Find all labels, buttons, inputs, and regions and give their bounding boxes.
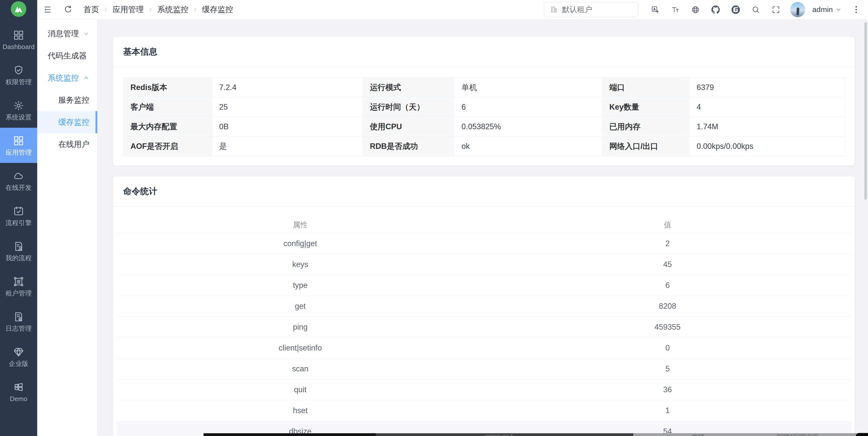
info-value: 0B <box>212 117 363 137</box>
language-button[interactable] <box>649 4 661 15</box>
info-label: RDB是否成功 <box>363 137 454 156</box>
command-value-cell: 8208 <box>484 296 851 317</box>
info-label: 使用CPU <box>363 117 454 137</box>
mountain-logo-icon <box>13 3 24 14</box>
tenant-select[interactable]: 默认租户 <box>544 2 638 17</box>
fullscreen-icon <box>772 5 780 14</box>
menu-item-在线用户[interactable]: 在线用户 <box>37 133 97 155</box>
search-icon <box>751 5 760 14</box>
office-building-icon <box>550 5 558 13</box>
globe-button[interactable] <box>689 4 701 15</box>
table-row[interactable]: get8208 <box>117 296 851 317</box>
breadcrumb-link[interactable]: 应用管理 <box>113 4 144 15</box>
chevron-down-icon <box>83 30 90 37</box>
language-icon <box>651 5 660 14</box>
basic-info-card: 基本信息 Redis版本7.2.4运行模式单机端口6379客户端25运行时间（天… <box>113 36 855 166</box>
main-content: 基本信息 Redis版本7.2.4运行模式单机端口6379客户端25运行时间（天… <box>97 19 868 436</box>
sidebar-collapse-button[interactable] <box>42 4 53 15</box>
sidebar-item-在线开发[interactable]: 在线开发 <box>0 163 37 198</box>
table-row: AOF是否开启是RDB是否成功ok网络入口/出口0.00kps/0.00kps <box>123 137 845 156</box>
sidebar-item-demo[interactable]: Demo <box>0 374 37 409</box>
table-row[interactable]: client|setinfo0 <box>117 338 851 358</box>
gitee-button[interactable] <box>730 4 741 15</box>
diamond-icon <box>13 346 24 358</box>
command-value-cell: 2 <box>484 233 851 254</box>
command-value-cell: 54 <box>484 421 851 436</box>
info-value: 1.74M <box>689 117 844 137</box>
sidebar-item-label: 我的流程 <box>5 255 32 261</box>
app-logo[interactable] <box>11 1 26 17</box>
info-value: 25 <box>212 97 363 117</box>
secondary-sidebar: 消息管理代码生成器系统监控服务监控缓存监控在线用户 <box>37 19 97 436</box>
info-value: 0.053825% <box>454 117 602 137</box>
command-name-cell: ping <box>117 317 484 338</box>
column-header-value: 值 <box>484 216 851 233</box>
sidebar-item-权限管理[interactable]: 权限管理 <box>0 57 37 92</box>
sidebar-item-租户管理[interactable]: 租户管理 <box>0 268 37 304</box>
command-value-cell: 45 <box>484 254 851 275</box>
info-label: Key数量 <box>602 97 689 117</box>
menu-item-系统监控[interactable]: 系统监控 <box>37 67 97 89</box>
breadcrumb-link[interactable]: 首页 <box>84 4 99 15</box>
window-corner <box>856 433 868 436</box>
menu-item-服务监控[interactable]: 服务监控 <box>37 89 97 111</box>
sidebar-item-label: Dashboard <box>2 43 34 50</box>
info-value: 单机 <box>454 78 602 97</box>
sidebar-item-日志管理[interactable]: 日志管理 <box>0 304 37 339</box>
font-size-button[interactable] <box>670 4 681 15</box>
table-row[interactable]: type6 <box>117 275 851 296</box>
sidebar-item-label: 租户管理 <box>5 290 32 296</box>
breadcrumb-current[interactable]: 缓存监控 <box>202 4 233 15</box>
vertical-scrollbar-thumb[interactable] <box>865 22 867 200</box>
info-label: Redis版本 <box>123 78 212 97</box>
file-check-icon <box>13 311 24 323</box>
github-button[interactable] <box>710 4 721 15</box>
command-name-cell: quit <box>117 379 484 400</box>
dashboard-grid-icon <box>13 29 24 41</box>
demo-grid-icon <box>13 381 24 393</box>
table-row[interactable]: config|get2 <box>117 233 851 254</box>
sidebar-item-我的流程[interactable]: 我的流程 <box>0 233 37 268</box>
sidebar-item-系统设置[interactable]: 系统设置 <box>0 92 37 128</box>
info-label: 客户端 <box>123 97 212 117</box>
menu-item-label: 服务监控 <box>58 95 90 105</box>
breadcrumb-link[interactable]: 系统监控 <box>157 4 188 15</box>
table-row[interactable]: quit36 <box>117 379 851 400</box>
sidebar-item-label: 在线开发 <box>5 184 32 191</box>
table-row[interactable]: scan5 <box>117 358 851 379</box>
table-row[interactable]: dbsize54 <box>117 421 851 436</box>
refresh-icon <box>64 5 73 14</box>
search-button[interactable] <box>750 4 762 15</box>
command-value-cell: 5 <box>484 358 851 379</box>
app-grid-icon <box>13 135 24 147</box>
refresh-button[interactable] <box>62 4 74 15</box>
chevron-down-icon <box>835 6 842 13</box>
tenant-frame-icon <box>13 276 24 287</box>
table-row[interactable]: keys45 <box>117 254 851 275</box>
table-row[interactable]: hset1 <box>117 400 851 421</box>
file-user-icon <box>13 241 24 252</box>
basic-info-title: 基本信息 <box>113 37 855 67</box>
user-dropdown[interactable]: admin <box>812 5 842 14</box>
table-row: 客户端25运行时间（天）6Key数量4 <box>123 97 845 117</box>
table-row: Redis版本7.2.4运行模式单机端口6379 <box>123 78 845 97</box>
sidebar-item-dashboard[interactable]: Dashboard <box>0 22 37 57</box>
basic-info-table: Redis版本7.2.4运行模式单机端口6379客户端25运行时间（天）6Key… <box>123 78 845 156</box>
menu-item-缓存监控[interactable]: 缓存监控 <box>37 111 97 133</box>
menu-item-代码生成器[interactable]: 代码生成器 <box>37 45 97 67</box>
header-actions: 默认租户 admin <box>544 2 868 17</box>
sidebar-item-流程引擎[interactable]: 流程引擎 <box>0 198 37 233</box>
sidebar-item-label: Demo <box>10 396 27 402</box>
sidebar-item-应用管理[interactable]: 应用管理 <box>0 128 37 163</box>
command-name-cell: keys <box>117 254 484 275</box>
command-name-cell: dbsize <box>117 421 484 436</box>
more-menu-button[interactable] <box>850 4 862 15</box>
table-row[interactable]: ping459355 <box>117 317 851 338</box>
sidebar-item-企业版[interactable]: 企业版 <box>0 339 37 374</box>
username: admin <box>812 5 833 14</box>
avatar[interactable] <box>790 2 805 17</box>
menu-item-消息管理[interactable]: 消息管理 <box>37 23 97 45</box>
command-value-cell: 1 <box>484 400 851 421</box>
fullscreen-button[interactable] <box>770 4 781 15</box>
kebab-menu-icon <box>851 5 861 14</box>
